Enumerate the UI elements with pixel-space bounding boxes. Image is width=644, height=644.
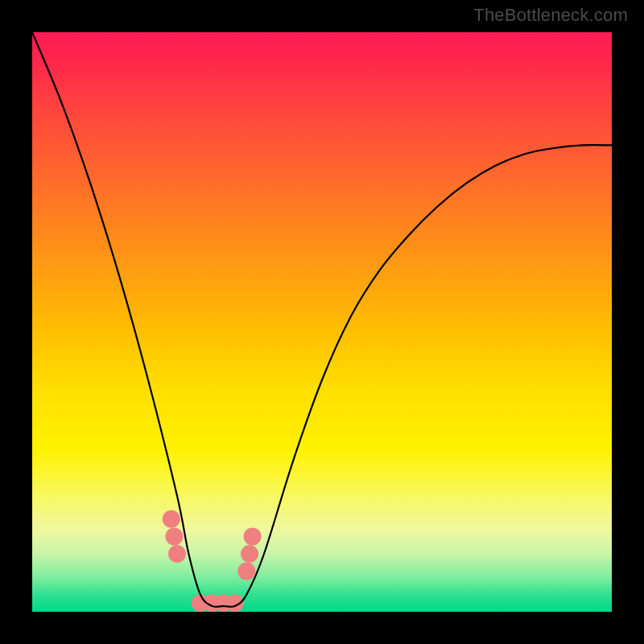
data-marker: [237, 563, 255, 580]
data-marker: [168, 545, 186, 563]
chart-container: TheBottleneck.com: [0, 0, 644, 644]
data-marker: [163, 510, 180, 528]
chart-svg: [32, 32, 612, 612]
data-marker: [165, 527, 183, 545]
watermark-text: TheBottleneck.com: [473, 5, 628, 26]
bottleneck-curve: [32, 32, 612, 607]
plot-area: [32, 32, 612, 612]
data-marker: [244, 527, 262, 545]
data-marker: [241, 545, 258, 563]
marker-group: [163, 510, 262, 612]
